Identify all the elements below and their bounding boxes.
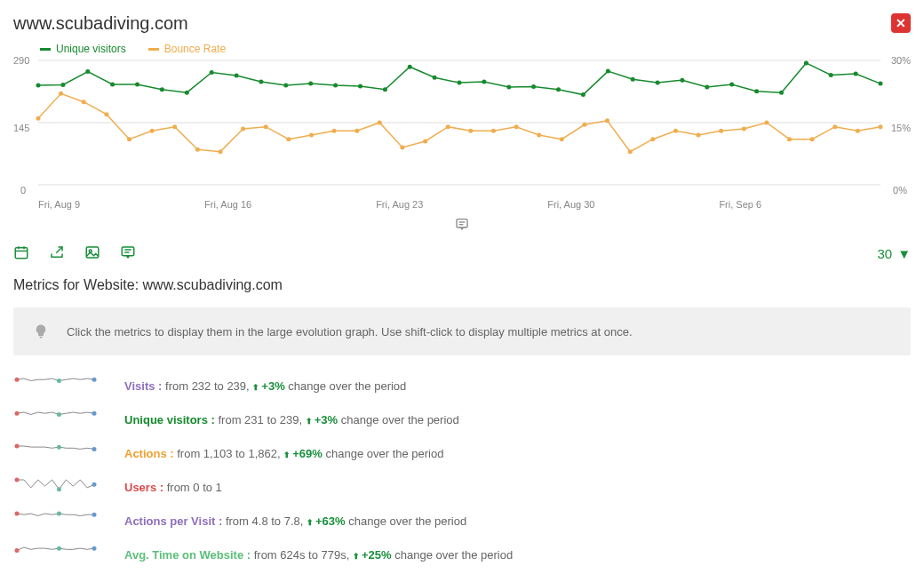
change-suffix: change over the period	[394, 548, 513, 562]
main-chart[interactable]: 290 145 0 30% 15% 0%	[13, 59, 911, 192]
svg-point-97	[92, 447, 97, 451]
legend-swatch	[148, 48, 159, 51]
svg-point-44	[172, 124, 177, 129]
svg-point-100	[92, 482, 97, 487]
metrics-heading: Metrics for Website: www.scubadiving.com	[13, 277, 911, 293]
svg-point-35	[829, 73, 833, 77]
metric-text: Avg. Time on Website : from 624s to 779s…	[124, 548, 513, 562]
metric-row[interactable]: Users : from 0 to 1	[13, 476, 911, 498]
svg-point-22	[506, 84, 511, 89]
svg-point-51	[332, 129, 337, 133]
svg-point-104	[15, 548, 20, 553]
svg-point-64	[628, 149, 633, 154]
legend-item-bounce-rate[interactable]: Bounce Rate	[148, 43, 226, 55]
metric-range: from 1,103 to 1,862,	[177, 447, 280, 460]
legend-item-unique-visitors[interactable]: Unique visitors	[40, 43, 126, 55]
change-pct: +25%	[353, 548, 392, 562]
legend-label: Bounce Rate	[164, 43, 226, 55]
change-suffix: change over the period	[325, 447, 443, 460]
metric-text: Visits : from 232 to 239, +3% change ove…	[124, 379, 406, 393]
svg-point-23	[531, 84, 536, 89]
svg-point-60	[537, 133, 541, 138]
metric-row[interactable]: Actions : from 1,103 to 1,862, +69% chan…	[13, 442, 911, 464]
annotation-icon[interactable]	[455, 220, 469, 234]
metric-text: Unique visitors : from 231 to 239, +3% c…	[124, 413, 459, 427]
svg-point-40	[82, 100, 86, 104]
metric-row[interactable]: Actions per Visit : from 4.8 to 7.8, +63…	[13, 510, 911, 531]
sparkline	[13, 375, 98, 396]
svg-point-38	[36, 116, 41, 121]
row-count-selector[interactable]: 30 ▼	[877, 246, 911, 261]
svg-point-57	[468, 129, 473, 133]
svg-point-5	[85, 69, 90, 74]
svg-point-99	[57, 487, 61, 491]
svg-point-46	[219, 149, 223, 154]
svg-point-11	[235, 73, 239, 77]
sparkline	[13, 442, 98, 464]
comment-icon[interactable]	[120, 244, 136, 263]
change-pct: +69%	[283, 447, 323, 460]
y-left-mid: 145	[13, 123, 29, 133]
sparkline	[13, 476, 98, 498]
svg-point-94	[92, 411, 97, 416]
metric-name: Actions :	[124, 447, 174, 460]
page-title: www.scubadiving.com	[13, 13, 188, 34]
metric-name: Unique visitors :	[124, 413, 215, 427]
svg-point-43	[150, 129, 155, 133]
x-tick: Fri, Aug 30	[547, 199, 594, 210]
change-suffix: change over the period	[341, 413, 459, 427]
metric-name: Actions per Visit :	[124, 514, 222, 528]
svg-point-8	[160, 87, 164, 92]
svg-point-28	[656, 81, 660, 85]
svg-point-96	[57, 445, 61, 450]
svg-point-95	[15, 444, 20, 449]
svg-point-25	[581, 92, 585, 97]
x-tick: Fri, Sep 6	[719, 199, 761, 210]
svg-rect-79	[15, 248, 28, 259]
sparkline	[13, 510, 98, 531]
svg-point-68	[719, 129, 723, 133]
svg-point-106	[92, 546, 97, 551]
svg-point-19	[433, 76, 437, 80]
y-right-max: 30%	[891, 55, 911, 66]
y-left-max: 290	[13, 55, 29, 66]
svg-point-21	[482, 80, 486, 84]
svg-point-70	[764, 121, 769, 125]
svg-point-91	[92, 378, 97, 382]
svg-point-89	[15, 378, 20, 382]
metric-range: from 231 to 239,	[218, 413, 302, 427]
svg-rect-85	[122, 247, 134, 256]
change-pct: +63%	[307, 514, 346, 528]
svg-point-102	[57, 512, 61, 516]
svg-point-30	[705, 84, 709, 89]
svg-point-24	[556, 87, 561, 92]
metric-text: Actions per Visit : from 4.8 to 7.8, +63…	[124, 514, 466, 528]
close-button[interactable]: ✕	[891, 13, 911, 33]
metric-row[interactable]: Avg. Time on Website : from 624s to 779s…	[13, 544, 911, 565]
metric-name: Avg. Time on Website :	[124, 548, 251, 562]
svg-point-15	[333, 84, 338, 88]
chart-legend: Unique visitors Bounce Rate	[13, 43, 911, 55]
svg-point-92	[15, 411, 20, 416]
export-icon[interactable]	[49, 244, 65, 263]
metric-row[interactable]: Unique visitors : from 231 to 239, +3% c…	[13, 409, 911, 430]
svg-point-33	[779, 91, 784, 95]
metric-text: Users : from 0 to 1	[124, 481, 222, 494]
svg-point-14	[308, 82, 313, 86]
metric-range: from 0 to 1	[167, 481, 222, 494]
svg-point-16	[358, 84, 362, 89]
svg-point-90	[57, 379, 61, 383]
svg-point-65	[650, 137, 655, 141]
chart-svg	[13, 59, 911, 192]
x-axis-labels: Fri, Aug 9 Fri, Aug 16 Fri, Aug 23 Fri, …	[13, 199, 911, 210]
svg-point-32	[754, 89, 759, 93]
calendar-icon[interactable]	[13, 244, 29, 263]
svg-point-4	[60, 83, 65, 87]
svg-point-12	[259, 80, 263, 84]
image-icon[interactable]	[84, 244, 100, 263]
metric-range: from 624s to 779s,	[254, 548, 350, 562]
metric-row[interactable]: Visits : from 232 to 239, +3% change ove…	[13, 375, 911, 396]
svg-point-69	[742, 127, 746, 132]
svg-point-49	[286, 137, 291, 141]
svg-point-36	[854, 72, 858, 76]
